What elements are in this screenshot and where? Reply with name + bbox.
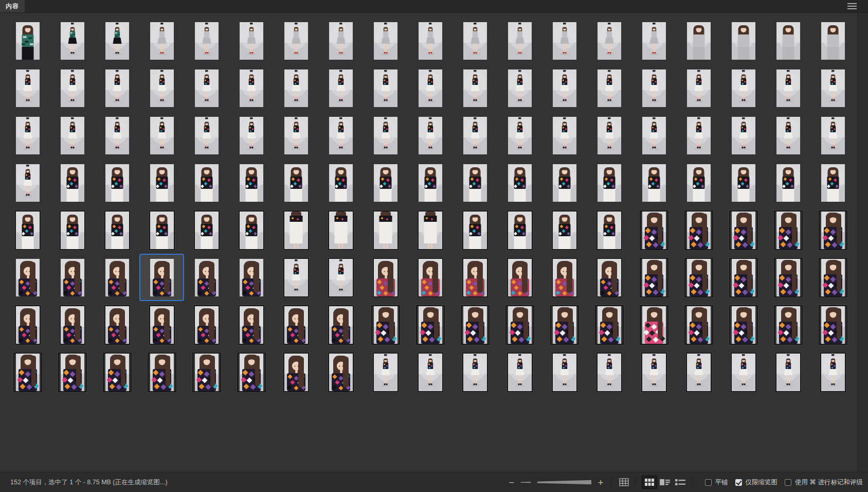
thumbnail-item[interactable] [766, 159, 810, 206]
option-cmd-rating[interactable]: 使用 ⌘ 进行标记和评级 [785, 478, 863, 487]
thumbnail-item[interactable] [139, 206, 184, 254]
photo-thumbnail[interactable] [16, 69, 40, 107]
thumbnail-item[interactable] [587, 64, 631, 112]
thumbnail-item[interactable] [676, 254, 721, 301]
thumbnail-item[interactable] [766, 254, 810, 301]
photo-thumbnail[interactable] [507, 210, 533, 250]
photo-thumbnail[interactable] [687, 164, 711, 202]
photo-thumbnail[interactable] [194, 210, 220, 250]
thumbnail-item[interactable] [5, 348, 50, 396]
photo-thumbnail[interactable] [553, 69, 576, 107]
thumbnail-item[interactable] [229, 159, 274, 206]
thumbnail-item[interactable] [810, 159, 855, 206]
photo-thumbnail[interactable] [240, 164, 263, 202]
photo-thumbnail[interactable] [416, 305, 445, 345]
photo-thumbnail[interactable] [821, 164, 845, 202]
vertical-scrollbar[interactable] [857, 13, 868, 472]
photo-thumbnail[interactable] [642, 117, 666, 154]
thumbnail-item[interactable] [139, 64, 184, 112]
photo-thumbnail[interactable] [642, 69, 666, 107]
thumbnail-item[interactable] [810, 112, 855, 159]
panel-menu-icon[interactable] [847, 3, 857, 9]
thumbnail-item[interactable] [631, 348, 676, 396]
photo-thumbnail[interactable] [550, 305, 579, 345]
detail-view-button[interactable] [657, 476, 673, 489]
thumbnail-item[interactable] [631, 64, 676, 112]
thumbnail-item[interactable] [497, 64, 542, 112]
thumbnail-item[interactable] [542, 112, 587, 159]
photo-thumbnail[interactable] [775, 22, 802, 60]
thumbnail-item[interactable] [95, 348, 139, 396]
thumbnail-item[interactable] [676, 64, 721, 112]
thumbnail-item[interactable] [676, 348, 721, 396]
thumbnail-item[interactable] [497, 301, 542, 348]
thumbnail-item[interactable] [587, 159, 631, 206]
thumbnail-item[interactable] [229, 17, 274, 64]
thumbnail-item[interactable] [676, 159, 721, 206]
photo-thumbnail[interactable] [776, 117, 800, 154]
photo-thumbnail[interactable] [61, 22, 84, 60]
photo-thumbnail[interactable] [419, 22, 442, 60]
photo-thumbnail[interactable] [732, 117, 755, 154]
thumbnail-item[interactable] [274, 64, 318, 112]
photo-thumbnail[interactable] [418, 210, 443, 250]
thumbnail-item[interactable] [184, 17, 229, 64]
photo-thumbnail[interactable] [507, 258, 533, 297]
photo-thumbnail[interactable] [195, 259, 219, 296]
list-view-button[interactable] [673, 476, 688, 489]
photo-thumbnail[interactable] [60, 210, 85, 250]
thumbnail-item[interactable] [363, 206, 408, 254]
thumbnail-item[interactable] [631, 254, 676, 301]
photo-thumbnail[interactable] [329, 117, 353, 154]
photo-thumbnail[interactable] [686, 353, 712, 392]
photo-thumbnail[interactable] [598, 117, 621, 154]
thumbnail-view-button[interactable] [642, 476, 657, 489]
option-tile[interactable]: 平铺 [705, 478, 728, 487]
thumbnail-size-slider[interactable] [520, 479, 591, 486]
zoom-out-button[interactable]: − [505, 478, 517, 487]
photo-thumbnail[interactable] [284, 69, 308, 107]
thumbnail-item[interactable] [184, 348, 229, 396]
thumbnail-item[interactable] [274, 112, 318, 159]
photo-thumbnail[interactable] [240, 69, 263, 107]
thumbnail-item[interactable] [542, 17, 587, 64]
thumbnail-item[interactable] [274, 301, 318, 348]
thumbnail-item[interactable] [139, 159, 184, 206]
thumbnail-item[interactable] [318, 112, 363, 159]
photo-thumbnail[interactable] [16, 164, 40, 202]
thumbnail-item[interactable] [363, 254, 408, 301]
thumbnail-item[interactable] [318, 206, 363, 254]
photo-thumbnail[interactable] [16, 22, 40, 60]
photo-thumbnail[interactable] [776, 164, 800, 202]
photo-thumbnail[interactable] [820, 22, 846, 60]
photo-thumbnail[interactable] [61, 117, 84, 154]
thumbnail-item[interactable] [542, 301, 587, 348]
thumbnail-item[interactable] [497, 348, 542, 396]
thumbnail-item[interactable] [453, 301, 497, 348]
thumbnail-item[interactable] [542, 348, 587, 396]
thumbnail-item[interactable] [184, 64, 229, 112]
thumbnail-item[interactable] [721, 301, 766, 348]
photo-thumbnail[interactable] [283, 258, 309, 297]
photo-thumbnail[interactable] [640, 305, 668, 345]
thumbnail-item[interactable] [363, 17, 408, 64]
photo-thumbnail[interactable] [508, 22, 532, 60]
photo-thumbnail[interactable] [507, 353, 533, 392]
photo-thumbnail[interactable] [553, 22, 576, 60]
photo-thumbnail[interactable] [729, 305, 758, 345]
photo-thumbnail[interactable] [329, 22, 353, 60]
photo-thumbnail[interactable] [684, 210, 713, 250]
thumbnails-only-checkbox[interactable] [735, 479, 742, 486]
thumbnail-item[interactable] [184, 112, 229, 159]
photo-thumbnail[interactable] [283, 210, 309, 250]
photo-thumbnail[interactable] [328, 210, 354, 250]
photo-thumbnail[interactable] [732, 69, 755, 107]
photo-thumbnail[interactable] [508, 164, 532, 202]
thumbnail-item[interactable] [318, 254, 363, 301]
thumbnail-item[interactable] [50, 112, 95, 159]
thumbnail-item[interactable] [95, 301, 139, 348]
photo-thumbnail[interactable] [150, 69, 174, 107]
grid-view-button[interactable] [617, 476, 632, 489]
photo-thumbnail[interactable] [462, 210, 488, 250]
photo-thumbnail[interactable] [105, 69, 129, 107]
